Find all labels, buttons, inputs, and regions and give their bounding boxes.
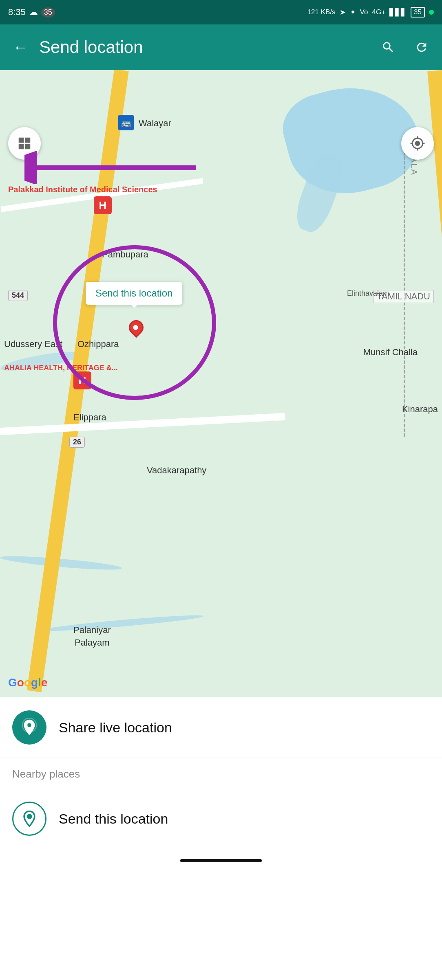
udussery-east-label: Udussery East — [4, 339, 62, 349]
page-title: Send location — [39, 37, 369, 57]
refresh-button[interactable] — [411, 37, 432, 58]
time: 8:35 — [8, 7, 26, 18]
elippara-label: Elippara — [73, 412, 106, 423]
speed-indicator: 121 KB/s — [307, 8, 336, 16]
route-544: 544 — [8, 290, 28, 301]
palakkad-institute-label: Palakkad Institute of Medical Sciences — [8, 184, 157, 195]
ozhippara-label: Ozhippara — [77, 339, 119, 349]
send-location-popup[interactable]: Send this location — [86, 282, 182, 305]
nearby-section: Nearby places — [0, 758, 442, 789]
pin-head — [126, 317, 147, 338]
pambupara-label: Pambupara — [102, 249, 148, 260]
elinthavalam-label: Elinthavalam — [347, 289, 389, 298]
navigation-icon: ➤ — [340, 8, 346, 17]
share-live-location-row[interactable]: Share live location — [0, 697, 442, 758]
search-button[interactable] — [378, 37, 399, 58]
bottom-panel: Share live location Nearby places Send t… — [0, 697, 442, 849]
route-26: 26 — [69, 437, 85, 448]
status-right: 121 KB/s ➤ ✦ Vo 4G+ ▋▋▋ 35 — [307, 7, 434, 18]
status-bar: 8:35 ☁ 35 121 KB/s ➤ ✦ Vo 4G+ ▋▋▋ 35 — [0, 0, 442, 24]
share-live-label: Share live location — [59, 720, 172, 736]
pin-dot — [132, 324, 139, 331]
battery-level: 35 — [411, 7, 425, 18]
bluetooth-icon: ✦ — [350, 8, 356, 17]
status-left: 8:35 ☁ 35 — [8, 7, 55, 18]
location-pin — [129, 320, 144, 335]
svg-point-6 — [27, 815, 31, 818]
ahalia-label: AHALIA HEALTH, HERITAGE &... — [4, 363, 118, 373]
send-location-label: Send this location — [59, 811, 168, 827]
notification-badge: 35 — [41, 7, 55, 18]
map-area[interactable]: KERALA TAMIL NADU 🚌 Walayar 544 Palakkad… — [0, 70, 442, 697]
send-this-location-row[interactable]: Send this location — [0, 789, 442, 849]
battery-dot — [429, 10, 434, 15]
share-live-icon-bg — [12, 710, 46, 745]
kinarapa-label: Kinarapa — [402, 404, 438, 415]
app-bar: ← Send location — [0, 24, 442, 70]
send-location-icon-bg — [12, 802, 46, 836]
toolbar-icons — [378, 37, 432, 58]
walayar-label: Walayar — [139, 118, 171, 129]
navigation-bar — [0, 849, 442, 877]
signal-bars: ▋▋▋ — [389, 8, 407, 17]
hospital-icon-palakkad: H — [94, 196, 112, 214]
google-logo: G o o g l e — [8, 676, 47, 689]
hospital-icon-ahalia: H — [73, 371, 91, 389]
munsif-challa-label: Munsif Challa — [363, 347, 418, 358]
back-button[interactable]: ← — [10, 37, 31, 58]
palaniyar-label: Palaniyar Palayam — [73, 624, 111, 649]
vadakarapathy-label: Vadakarapathy — [147, 465, 206, 476]
home-indicator — [180, 859, 262, 862]
cloud-icon: ☁ — [29, 7, 38, 18]
purple-arrow-top — [24, 135, 196, 184]
my-location-button[interactable] — [401, 127, 434, 160]
bus-stop-walayar: 🚌 — [118, 115, 134, 130]
network-4g: 4G+ — [372, 8, 385, 16]
nearby-title: Nearby places — [12, 768, 430, 780]
network-vo: Vo — [360, 8, 368, 16]
